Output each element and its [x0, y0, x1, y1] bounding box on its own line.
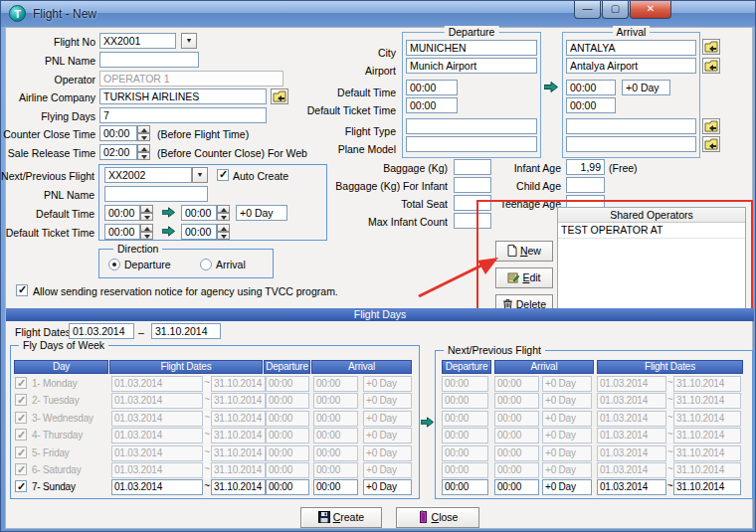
arrival-city-input[interactable]: ANTALYA	[566, 40, 696, 56]
create-button[interactable]: Create	[300, 507, 382, 528]
flight-no-dropdown-icon[interactable]: ▼	[181, 33, 197, 49]
flight-dates-from-input[interactable]: 01.03.2014	[69, 323, 134, 339]
close-window-button[interactable]: ✕	[630, 1, 671, 19]
np-arrival-day[interactable]: +0 Day	[542, 393, 592, 409]
np-pnl-name-input[interactable]	[104, 186, 208, 202]
np-date-from[interactable]: 01.03.2014	[597, 393, 666, 409]
np-default-time-day-input[interactable]: +0 Day	[236, 205, 287, 221]
arrival-default-time-day-input[interactable]: +0 Day	[622, 80, 670, 95]
fly-day-date-to[interactable]: 31.10.2014	[211, 462, 266, 478]
np-arrival-time[interactable]: 00:00	[494, 411, 539, 427]
np-arrival-time[interactable]: 00:00	[494, 393, 539, 409]
fly-day-arrival-day[interactable]: +0 Day	[363, 393, 412, 409]
close-button[interactable]: Close	[396, 507, 479, 528]
np-date-from[interactable]: 01.03.2014	[597, 428, 666, 443]
infant-age-input[interactable]: 1,99	[566, 159, 605, 175]
tvcc-notice-checkbox[interactable]	[16, 284, 28, 296]
fly-day-arrival-day[interactable]: +0 Day	[363, 479, 412, 495]
fly-day-arrival-time[interactable]: 00:00	[313, 445, 358, 461]
flight-type-lookup-button[interactable]	[702, 118, 720, 134]
airport-lookup-button[interactable]	[702, 58, 720, 74]
fly-day-arrival-time[interactable]: 00:00	[313, 462, 358, 478]
next-previous-flight-dropdown-icon[interactable]: ▼	[192, 167, 208, 183]
np-date-to[interactable]: 31.10.2014	[673, 462, 741, 478]
fly-day-date-from[interactable]: 01.03.2014	[111, 393, 203, 409]
np-departure-time[interactable]: 00:00	[442, 428, 488, 443]
baggage-input[interactable]	[454, 159, 491, 175]
departure-plane-model-input[interactable]	[406, 136, 537, 152]
fly-day-date-from[interactable]: 01.03.2014	[111, 376, 203, 392]
np-date-to[interactable]: 31.10.2014	[673, 393, 741, 409]
airline-lookup-button[interactable]	[271, 89, 288, 104]
fly-day-arrival-time[interactable]: 00:00	[313, 393, 358, 409]
np-date-from[interactable]: 01.03.2014	[597, 445, 666, 461]
fly-day-arrival-time[interactable]: 00:00	[313, 411, 358, 427]
fly-day-arrival-day[interactable]: +0 Day	[363, 376, 412, 392]
np-date-to[interactable]: 31.10.2014	[673, 479, 741, 495]
fly-day-departure-time[interactable]: 00:00	[266, 462, 309, 478]
np-date-to[interactable]: 31.10.2014	[673, 376, 741, 392]
np-default-time-from-input[interactable]: 00:00	[104, 205, 140, 221]
np-date-from[interactable]: 01.03.2014	[597, 462, 666, 478]
fly-day-date-to[interactable]: 31.10.2014	[211, 376, 266, 392]
arrival-airport-input[interactable]: Antalya Airport	[566, 58, 696, 74]
sale-release-time-input[interactable]: 02:00	[99, 144, 137, 160]
fly-day-date-to[interactable]: 31.10.2014	[211, 393, 266, 409]
departure-airport-input[interactable]: Munich Airport	[406, 58, 537, 74]
direction-departure-radio[interactable]	[108, 259, 120, 270]
np-arrival-time[interactable]: 00:00	[494, 479, 539, 495]
np-date-to[interactable]: 31.10.2014	[673, 445, 741, 461]
fly-day-departure-time[interactable]: 00:00	[266, 393, 309, 409]
fly-day-checkbox[interactable]	[15, 377, 27, 389]
fly-day-departure-time[interactable]: 00:00	[266, 411, 309, 427]
np-default-ticket-time-to-stepper[interactable]	[217, 224, 230, 240]
fly-day-date-to[interactable]: 31.10.2014	[211, 411, 266, 427]
departure-default-ticket-time-input[interactable]: 00:00	[406, 97, 458, 113]
counter-close-time-stepper[interactable]	[137, 125, 150, 141]
fly-day-date-from[interactable]: 01.03.2014	[111, 479, 203, 495]
fly-day-arrival-time[interactable]: 00:00	[313, 428, 358, 443]
fly-day-arrival-day[interactable]: +0 Day	[363, 411, 412, 427]
fly-day-departure-time[interactable]: 00:00	[266, 479, 309, 495]
arrival-plane-model-input[interactable]	[566, 136, 696, 152]
np-default-ticket-time-from-stepper[interactable]	[140, 224, 153, 240]
plane-model-lookup-button[interactable]	[702, 136, 720, 152]
np-arrival-day[interactable]: +0 Day	[542, 462, 592, 478]
fly-day-departure-time[interactable]: 00:00	[266, 376, 309, 392]
fly-day-date-to[interactable]: 31.10.2014	[211, 445, 266, 461]
arrival-default-time-input[interactable]: 00:00	[566, 80, 616, 95]
fly-day-checkbox[interactable]	[15, 429, 27, 441]
np-arrival-time[interactable]: 00:00	[494, 376, 539, 392]
pnl-name-input[interactable]	[99, 52, 199, 68]
fly-day-date-to[interactable]: 31.10.2014	[211, 479, 266, 495]
fly-day-date-from[interactable]: 01.03.2014	[111, 428, 203, 443]
flight-no-input[interactable]: XX2001	[99, 33, 176, 49]
fly-day-arrival-day[interactable]: +0 Day	[363, 428, 412, 443]
fly-day-date-to[interactable]: 31.10.2014	[211, 428, 266, 443]
fly-day-checkbox[interactable]	[15, 446, 27, 458]
fly-day-arrival-time[interactable]: 00:00	[313, 479, 358, 495]
fly-day-date-from[interactable]: 01.03.2014	[111, 445, 203, 461]
airline-company-input[interactable]: TURKISH AIRLINES	[99, 89, 267, 104]
counter-close-time-input[interactable]: 00:00	[99, 125, 137, 141]
fly-day-checkbox[interactable]	[15, 480, 27, 492]
fly-day-checkbox[interactable]	[15, 412, 27, 424]
np-default-ticket-time-to-input[interactable]: 00:00	[181, 224, 217, 240]
flight-dates-to-input[interactable]: 31.10.2014	[151, 323, 221, 339]
title-bar[interactable]: T Flight - New — ▢ ✕	[1, 1, 756, 27]
np-arrival-day[interactable]: +0 Day	[542, 428, 592, 443]
np-departure-time[interactable]: 00:00	[442, 393, 488, 409]
departure-city-input[interactable]: MUNICHEN	[406, 40, 537, 56]
np-departure-time[interactable]: 00:00	[442, 479, 488, 495]
np-date-to[interactable]: 31.10.2014	[673, 428, 741, 443]
fly-day-checkbox[interactable]	[15, 394, 27, 406]
np-arrival-time[interactable]: 00:00	[494, 445, 539, 461]
np-date-from[interactable]: 01.03.2014	[597, 479, 666, 495]
np-default-ticket-time-from-input[interactable]: 00:00	[104, 224, 140, 240]
city-lookup-button[interactable]	[702, 39, 720, 55]
maximize-button[interactable]: ▢	[602, 1, 629, 19]
auto-create-checkbox[interactable]	[217, 169, 229, 181]
np-arrival-day[interactable]: +0 Day	[542, 445, 592, 461]
flying-days-input[interactable]: 7	[99, 107, 267, 123]
fly-day-arrival-day[interactable]: +0 Day	[363, 445, 412, 461]
